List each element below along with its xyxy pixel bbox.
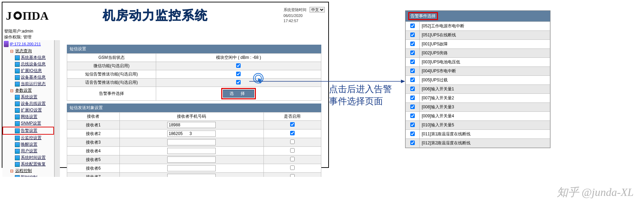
page-icon [15,136,20,141]
enable-checkbox[interactable] [290,131,295,135]
alarm-checkbox[interactable] [410,123,415,127]
tree-group[interactable]: ⊟状态查询 [2,48,54,54]
alarm-checkbox[interactable] [410,51,415,55]
alarm-checkbox[interactable] [410,69,415,73]
alarm-item-label: [006]输入开关量1 [420,85,550,94]
phone-input[interactable] [167,165,216,171]
page-icon [15,69,20,73]
page-icon [15,101,20,106]
recipient-label: 接收者2 [67,129,120,138]
tree-group[interactable]: ⊟参数设置 [2,87,54,94]
recipient-label: 接收者7 [67,173,120,177]
sms-row-label: 短信告警推送功能(勾选启用) [67,70,156,79]
tree-item-系统配置恢复[interactable]: 系统配置恢复 [2,161,54,168]
sms-row-label: GSM当前状态 [67,54,156,62]
phone-input[interactable] [167,148,216,154]
recipient-label: 接收者4 [67,147,120,155]
time-text: 17:42:57 [284,19,325,23]
enable-checkbox[interactable] [290,122,295,127]
alarm-checkbox[interactable] [410,78,415,82]
page-icon [15,121,20,126]
tree-item-系统基本信息[interactable]: 系统基本信息 [2,54,54,61]
tree-item-设备总线设置[interactable]: 设备总线设置 [2,100,54,107]
tree-item-网络设置[interactable]: 网络设置 [2,114,54,120]
tree-item-云监控设置[interactable]: 云监控设置 [2,135,54,141]
phone-input[interactable] [167,122,216,128]
sms-row-label: 语音告警推送功能(勾选启用) [67,79,156,87]
alarm-item-label: [051]UPS在线断线 [420,31,550,40]
sidebar-scrollbar[interactable] [54,40,60,177]
enable-checkbox[interactable] [290,157,295,161]
tree-item-设备基本信息[interactable]: 设备基本信息 [2,74,54,81]
page-icon [15,115,20,119]
page-icon [15,162,20,167]
svg-marker-7 [401,80,405,83]
recipients-section-header: 短信发送对象设置 [67,104,321,112]
enable-checkbox[interactable] [290,140,295,144]
alarm-item-label: [052]工作电源市电中断 [420,22,550,31]
recipients-table: 接收者接收者手机号码是否启用 接收者1接收者2接收者3接收者4接收者5接收者6接… [67,112,321,177]
page-icon [15,82,20,87]
alarm-checkbox[interactable] [410,141,415,145]
tree-item-唤醒设置[interactable]: 唤醒设置 [2,141,54,148]
enable-checkbox[interactable] [290,165,295,170]
tree-item-总线设备信息[interactable]: 总线设备信息 [2,61,54,68]
alarm-checkbox[interactable] [410,33,415,37]
tree-item-扩展IO信息[interactable]: 扩展IO信息 [2,68,54,74]
page-icon [15,75,20,80]
page-icon [15,108,20,113]
page-icon [15,128,20,133]
alarm-item-label: [008]输入开关量3 [420,103,550,112]
sms-checkbox[interactable] [236,63,241,68]
alarm-item-label: [004]UPS市电中断 [420,67,550,76]
recipient-label: 接收者3 [67,138,120,147]
phone-input[interactable] [167,174,216,177]
header: JПDA 机房动力监控系统 系统登陆时间 中文 06/01/2020 17:42… [2,2,328,28]
alarm-checkbox[interactable] [410,132,415,136]
tree-item-系统设置[interactable]: 系统设置 [2,94,54,100]
col-phone: 接收者手机号码 [119,112,263,121]
phone-input[interactable] [167,130,216,137]
col-enable: 是否启用 [263,112,321,121]
sms-section-header: 短信设置 [67,45,321,53]
recipient-label: 接收者5 [67,155,120,164]
alarm-table: [052]工作电源市电中断[051]UPS在线断线[001]UPS故障[002]… [405,21,550,148]
annotation-text: 点击后进入告警 事件选择页面 [329,83,392,107]
alarm-checkbox[interactable] [410,114,415,118]
tree-item-扩展IO设置[interactable]: 扩展IO设置 [2,107,54,114]
sms-checkbox[interactable] [236,80,241,84]
svg-text:J: J [6,9,12,22]
alarm-item-label: [007]输入开关量2 [420,94,550,103]
alarm-checkbox[interactable] [410,42,415,46]
language-select[interactable]: 中文 [310,7,325,12]
user-role: 操作权限: 管理 [4,34,328,40]
tree-item-SNMP设置[interactable]: SNMP设置 [2,120,54,127]
phone-input[interactable] [167,156,216,163]
page-icon [15,142,20,147]
phone-input[interactable] [167,139,216,145]
content-area: 短信设置 GSM当前状态模块空闲中 ( dBm : -68 )微信功能(勾选启用… [60,40,328,177]
tree-group[interactable]: ⊟远程控制 [2,168,54,174]
sms-settings-table: GSM当前状态模块空闲中 ( dBm : -68 )微信功能(勾选启用)短信告警… [67,53,321,101]
sidebar: IP:172.16.200.211 ⊟状态查询系统基本信息总线设备信息扩展IO信… [2,40,54,177]
tree-item-告警设置[interactable]: 告警设置 [2,127,54,135]
page-icon [15,155,20,160]
recipient-label: 接收者6 [67,164,120,173]
select-alarm-button[interactable]: 选 择 [223,90,254,98]
enable-checkbox[interactable] [290,174,295,177]
tree-item-用户设置[interactable]: 用户设置 [2,148,54,154]
tree-item-当前运行状态[interactable]: 当前运行状态 [2,81,54,87]
enable-checkbox[interactable] [290,148,295,153]
alarm-checkbox[interactable] [410,105,415,109]
ip-address[interactable]: IP:172.16.200.211 [2,40,54,48]
tree-item-系统时间设置[interactable]: 系统时间设置 [2,154,54,161]
sms-row-label: 告警事件选择 [67,87,156,101]
alarm-checkbox[interactable] [410,60,415,64]
alarm-checkbox[interactable] [410,24,415,28]
login-time-label: 系统登陆时间 [284,8,306,12]
tree-item-即时控制[interactable]: 即时控制 [2,174,54,177]
main-window: JПDA 机房动力监控系统 系统登陆时间 中文 06/01/2020 17:42… [2,2,329,168]
alarm-checkbox[interactable] [410,96,415,100]
alarm-checkbox[interactable] [410,87,415,91]
sms-checkbox[interactable] [236,72,241,76]
